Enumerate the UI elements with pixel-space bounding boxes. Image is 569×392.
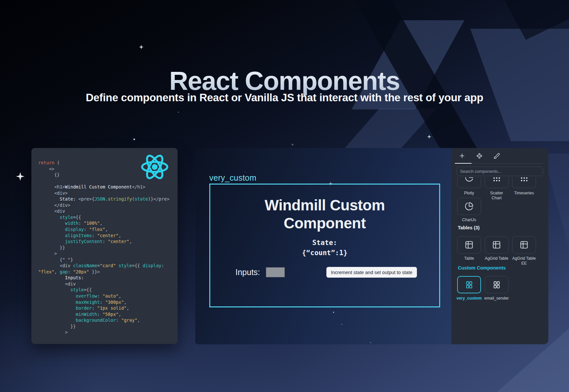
code-line: <div> <box>38 190 175 196</box>
component-card-box[interactable] <box>512 236 536 253</box>
component-card-aggrid-table-ee[interactable]: AgGrid Table EE <box>512 236 536 266</box>
code-line: State: <pre>{JSON.stringify(state)}</pre… <box>38 196 175 202</box>
code-line: justifyContent: "center", <box>38 238 175 245</box>
charts-row-1: PlotlyScatter ChartTimeseries <box>457 177 545 201</box>
code-line: <div <box>38 208 175 214</box>
component-library-sidebar: PlotlyScatter ChartTimeseries ChartJs Ta… <box>451 148 548 344</box>
scatter-dots-icon <box>520 177 528 184</box>
component-card-box[interactable] <box>485 276 509 293</box>
component-card-box[interactable] <box>457 198 481 215</box>
star-dot <box>245 172 245 172</box>
tab-style[interactable] <box>493 152 500 159</box>
scatter-dots-icon <box>492 177 501 184</box>
tables-row: TableAgGrid TableAgGrid Table EE <box>457 236 545 266</box>
active-tab-underline <box>455 163 472 164</box>
inputs-row: Inputs: Increment state and set output t… <box>235 267 417 278</box>
component-card-label: AgGrid Table <box>485 256 508 261</box>
sidebar-tabs <box>458 152 500 159</box>
component-card-box[interactable] <box>457 276 481 293</box>
star-dot <box>370 342 371 343</box>
component-card-timeseries[interactable]: Timeseries <box>512 177 536 201</box>
component-card-label: email_sender <box>484 296 509 301</box>
component-card-label: AgGrid Table EE <box>512 256 536 266</box>
component-card-scatter-chart[interactable]: Scatter Chart <box>485 177 509 201</box>
charts-row-2: ChartJs <box>457 198 545 222</box>
code-line: {" "} <box>38 257 175 263</box>
star-dot <box>178 112 179 113</box>
component-card-plotly[interactable]: Plotly <box>457 177 481 201</box>
tab-add-component[interactable] <box>458 152 466 159</box>
table-icon <box>520 240 528 249</box>
table-icon <box>492 240 501 249</box>
increment-state-button[interactable]: Increment state and set output to state <box>326 267 417 278</box>
code-line: alignItems: "center", <box>38 233 175 239</box>
component-card-label: Plotly <box>464 191 474 196</box>
code-line: <div className="card" style={{ display: <box>38 263 175 269</box>
search-components-input[interactable] <box>457 167 543 176</box>
code-line: border: "1px solid", <box>38 305 175 311</box>
code-line: width: "100%", <box>38 220 175 226</box>
react-logo-icon <box>140 152 170 182</box>
component-card-box[interactable] <box>485 236 509 253</box>
component-id-label[interactable]: very_custom <box>209 173 256 183</box>
component-card-very-custom[interactable]: very_custom <box>457 276 481 301</box>
component-card-box[interactable] <box>457 236 481 253</box>
code-line: > <box>38 329 175 335</box>
state-value: {“count”:1} <box>302 249 347 257</box>
code-line: minWidth: "50px", <box>38 311 175 318</box>
code-line: <div <box>38 281 175 287</box>
component-card-table[interactable]: Table <box>457 236 481 266</box>
pie-chart-icon <box>465 177 474 182</box>
code-line: maxHeight: "300px", <box>38 299 175 305</box>
custom-component-icon <box>492 280 501 289</box>
component-card-label: Timeseries <box>514 191 534 196</box>
inputs-label: Inputs: <box>235 268 260 277</box>
star-dot <box>341 324 342 325</box>
component-card-label: ChartJs <box>462 218 476 222</box>
component-card-label: Table <box>464 256 474 261</box>
selected-component-outline[interactable]: Windmill Custom Component State:{“count”… <box>209 184 440 307</box>
code-line: Inputs: <box>38 275 175 281</box>
brush-icon <box>493 153 500 159</box>
code-line: "flex", gap: "20px" }}> <box>38 269 175 275</box>
diamonds-icon <box>476 153 483 159</box>
app-canvas: very_custom Windmill Custom Component St… <box>195 148 451 344</box>
code-line: style={{ <box>38 287 175 293</box>
code-line: }} <box>38 323 175 330</box>
star-dot <box>333 312 334 313</box>
code-line: overflow: "auto", <box>38 293 175 299</box>
component-state: State:{“count”:1} <box>210 238 439 258</box>
code-line: }} <box>38 245 175 251</box>
component-card-box[interactable] <box>485 177 509 188</box>
plus-icon <box>459 153 465 159</box>
code-line: > <box>38 251 175 257</box>
custom-components-row: very_customemail_sender <box>457 276 545 301</box>
table-icon <box>465 240 474 249</box>
component-card-box[interactable] <box>512 177 536 188</box>
state-label: State: <box>312 239 337 247</box>
component-heading: Windmill Custom Component <box>240 196 410 232</box>
code-line: display: "flex", <box>38 226 175 233</box>
custom-component-icon <box>465 280 474 289</box>
code-line: </div> <box>38 202 175 208</box>
custom-components-heading: Custom Components <box>458 265 506 270</box>
code-line: backgroundColor: "gray", <box>38 317 175 323</box>
page-subtitle: Define components in React or Vanilla JS… <box>0 91 569 104</box>
star-dot <box>133 139 135 140</box>
pie-chart-icon <box>465 202 474 211</box>
component-card-chartjs[interactable]: ChartJs <box>457 198 481 222</box>
component-card-email-sender[interactable]: email_sender <box>485 276 509 301</box>
component-card-aggrid-table[interactable]: AgGrid Table <box>485 236 509 266</box>
input-gray-box[interactable] <box>266 267 285 277</box>
code-block[interactable]: return ( <> {} <h1>Windmill Custom Compo… <box>38 160 175 335</box>
code-line: style={{ <box>38 214 175 220</box>
tables-section-heading: Tables (3) <box>458 225 480 230</box>
component-card-box[interactable] <box>457 177 481 188</box>
tab-components[interactable] <box>476 152 483 159</box>
code-line: <h1>Windmill Custom Component</h1> <box>38 184 175 190</box>
code-editor-panel: return ( <> {} <h1>Windmill Custom Compo… <box>31 148 178 344</box>
component-card-label: very_custom <box>457 296 482 301</box>
